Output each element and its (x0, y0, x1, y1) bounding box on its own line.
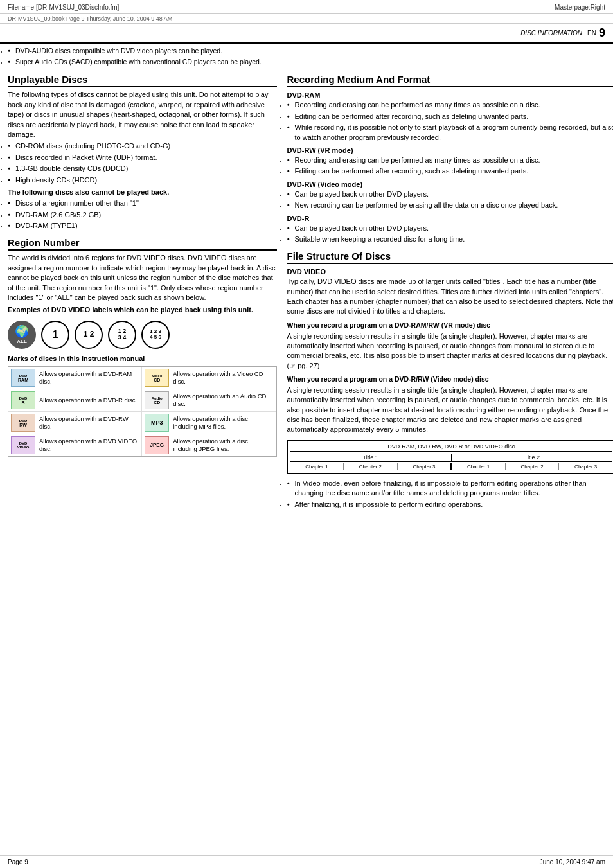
header: Filename [DR-MV1SUJ_03DiscInfo.fm] Maste… (0, 0, 613, 14)
dvd-ram-badge: DVD RAM (11, 369, 35, 387)
dvd-rw-video-bullet-1: Can be played back on other DVD players. (287, 190, 614, 199)
mark-row-dvd-video: DVD VIDEO Allows operation with a DVD VI… (8, 434, 142, 456)
jpeg-badge: JPEG (145, 436, 169, 454)
unplayable-item-1: CD-ROM discs (including PHOTO-CD and CD-… (8, 141, 277, 151)
en-label: EN (587, 30, 596, 37)
disc-diagram-title: DVD-RAM, DVD-RW, DVD-R or DVD VIDEO disc (290, 443, 613, 452)
video-cd-text: Allows operation with a Video CD disc. (173, 370, 273, 386)
disc-title-1: Title 1 (290, 454, 452, 462)
mark-row-dvd-rw: DVD RW Allows operation with a DVD-RW di… (8, 412, 142, 434)
audio-cd-text: Allows operation with an Audio CD disc. (173, 393, 273, 409)
disc-chapters-row: Chapter 1 Chapter 2 Chapter 3 Chapter 1 … (290, 463, 613, 470)
audio-cd-badge: Audio CD (145, 391, 169, 409)
chapter-t1-2: Chapter 2 (344, 463, 398, 470)
dvd-rw-video-bullets: Can be played back on other DVD players.… (287, 190, 614, 211)
mark-row-audio-cd: Audio CD Allows operation with an Audio … (142, 389, 276, 412)
when-record-vr-text: A single recording session results in a … (287, 332, 614, 371)
right-column: Recording Medium And Format DVD-RAM Reco… (287, 74, 614, 512)
header-masterpage: Masterpage:Right (555, 4, 605, 11)
dvd-ram-bullets: Recording and erasing can be performed a… (287, 100, 614, 143)
marks-title: Marks of discs in this instruction manua… (8, 354, 277, 364)
examples-label: Examples of DVD VIDEO labels which can b… (8, 305, 277, 315)
disc-diagram: DVD-RAM, DVD-RW, DVD-R or DVD VIDEO disc… (287, 440, 614, 474)
page-header-row: DISC INFORMATION EN 9 (0, 24, 613, 44)
dvd-label-all: 🌍 ALL (8, 321, 36, 349)
footer: Page 9 June 10, 2004 9:47 am (0, 855, 613, 868)
dvd-rw-badge: DVD RW (11, 414, 35, 432)
final-bullet-2: After finalizing, it is impossible to pe… (287, 500, 614, 509)
recording-medium-title: Recording Medium And Format (287, 74, 614, 87)
dvd-rw-vr-bullets: Recording and erasing can be performed a… (287, 155, 614, 177)
jpeg-text: Allows operation with a disc including J… (173, 438, 273, 454)
chapter-t2-2: Chapter 2 (506, 463, 560, 470)
mark-row-dvd-r: DVD R Allows operation with a DVD-R disc… (8, 389, 142, 412)
dvd-ram-heading: DVD-RAM (287, 91, 614, 99)
also-cannot-2: DVD-RAM (2.6 GB/5.2 GB) (8, 210, 277, 220)
unplayable-item-3: 1.3-GB double density CDs (DDCD) (8, 164, 277, 173)
dvd-labels-row: 🌍 ALL 1 1 2 1 23 4 1 2 34 5 6 (8, 321, 277, 349)
dvd-label-1234: 1 23 4 (108, 321, 136, 349)
region-number-title: Region Number (8, 237, 277, 251)
header-filename: Filename [DR-MV1SUJ_03DiscInfo.fm] (8, 4, 119, 11)
dvd-r-heading: DVD-R (287, 215, 614, 222)
final-bullet-1: In Video mode, even before finalizing, i… (287, 479, 614, 499)
video-cd-badge: Video CD (145, 369, 169, 387)
also-cannot-list: Discs of a region number other than "1" … (8, 199, 277, 231)
when-record-video-text: A single recording session results in a … (287, 385, 614, 435)
dvd-r-text: Allows operation with a DVD-R disc. (39, 396, 137, 404)
unplayable-discs-list: CD-ROM discs (including PHOTO-CD and CD-… (8, 141, 277, 185)
unplayable-item-4: High density CDs (HDCD) (8, 175, 277, 185)
dvd-video-text: Allows operation with a DVD VIDEO disc. (39, 438, 139, 454)
dvd-video-text: Typically, DVD VIDEO discs are made up o… (287, 277, 614, 317)
dvd-video-badge: DVD VIDEO (11, 436, 35, 454)
dvd-label-1: 1 (41, 321, 69, 349)
footer-date: June 10, 2004 9:47 am (540, 858, 605, 865)
unplayable-discs-title: Unplayable Discs (8, 74, 277, 87)
dvd-rw-text: Allows operation with a DVD-RW disc. (39, 415, 139, 431)
dvd-r-bullets: Can be played back on other DVD players.… (287, 224, 614, 245)
page-number: 9 (599, 26, 605, 40)
region-number-intro: The world is divided into 6 regions for … (8, 253, 277, 303)
region-number-section: Region Number The world is divided into … (8, 237, 277, 457)
also-cannot-3: DVD-RAM (TYPE1) (8, 221, 277, 231)
dvd-rw-vr-heading: DVD-RW (VR mode) (287, 146, 614, 154)
when-record-video-heading: When you record a program on a DVD-R/RW … (287, 375, 614, 384)
file-structure-title: File Structure Of Discs (287, 251, 614, 264)
main-content: Unplayable Discs The following types of … (0, 69, 613, 517)
left-column: Unplayable Discs The following types of … (8, 74, 277, 512)
unplayable-item-2: Discs recorded in Packet Write (UDF) for… (8, 153, 277, 163)
mark-row-video-cd: Video CD Allows operation with a Video C… (142, 367, 276, 389)
dvd-rw-video-heading: DVD-RW (Video mode) (287, 181, 614, 188)
mark-row-jpeg: JPEG Allows operation with a disc includ… (142, 434, 276, 456)
when-record-vr-heading: When you record a program on a DVD-RAM/R… (287, 321, 614, 330)
disc-titles-row: Title 1 Title 2 (290, 454, 613, 462)
intro-bullet-2: Super Audio CDs (SACD) compatible with c… (8, 57, 605, 67)
dvd-r-bullet-2: Suitable when keeping a recorded disc fo… (287, 235, 614, 244)
dvd-r-bullet-1: Can be played back on other DVD players. (287, 224, 614, 233)
intro-bullet-list: DVD-AUDIO discs compatible with DVD vide… (8, 46, 605, 66)
final-bullets: In Video mode, even before finalizing, i… (287, 479, 614, 509)
unplayable-discs-intro: The following types of discs cannot be p… (8, 90, 277, 139)
dvd-label-123456: 1 2 34 5 6 (141, 321, 170, 349)
dvd-ram-bullet-2: Editing can be performed after recording… (287, 112, 614, 121)
dvd-r-badge: DVD R (11, 391, 35, 409)
intro-bullet-1: DVD-AUDIO discs compatible with DVD vide… (8, 46, 605, 56)
dvd-label-12: 1 2 (75, 321, 103, 349)
dvd-ram-bullet-3: While recording, it is possible not only… (287, 123, 614, 143)
dvd-video-heading: DVD VIDEO (287, 268, 614, 276)
dvd-rw-vr-bullet-1: Recording and erasing can be performed a… (287, 155, 614, 165)
disc-title-2: Title 2 (452, 454, 612, 462)
also-cannot-heading: The following discs also cannot be playe… (8, 188, 277, 197)
dvd-ram-text: Allows operation with a DVD-RAM disc. (39, 370, 139, 386)
footer-page: Page 9 (8, 858, 28, 865)
sub-header: DR-MV1SUJ_00.book Page 9 Thursday, June … (0, 14, 613, 24)
mp3-text: Allows operation with a disc including M… (173, 415, 273, 431)
also-cannot-1: Discs of a region number other than "1" (8, 199, 277, 208)
chapter-t2-3: Chapter 3 (559, 463, 612, 470)
intro-bullets-section: DVD-AUDIO discs compatible with DVD vide… (0, 44, 613, 66)
disc-info-label: DISC INFORMATION (520, 30, 582, 37)
chapter-t2-1: Chapter 1 (452, 463, 506, 470)
dvd-rw-video-bullet-2: New recording can be performed by erasin… (287, 200, 614, 210)
mp3-badge: MP3 (145, 414, 169, 432)
mark-row-mp3: MP3 Allows operation with a disc includi… (142, 412, 276, 434)
